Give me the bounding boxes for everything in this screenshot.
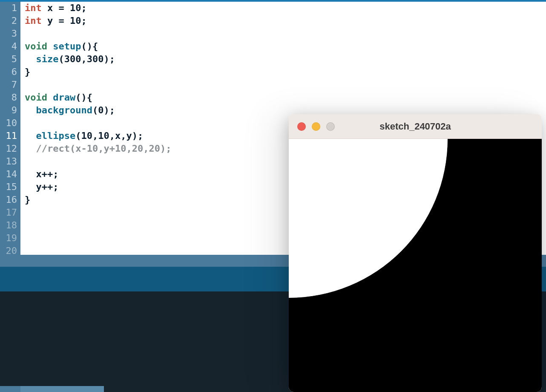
sketch-canvas (289, 139, 542, 392)
sketch-output-window[interactable]: sketch_240702a (289, 114, 542, 392)
window-titlebar[interactable]: sketch_240702a (289, 114, 542, 139)
code-line[interactable]: } (20, 66, 30, 78)
line-number: 6 (0, 66, 20, 78)
line-number: 12 (0, 142, 20, 155)
line-number: 2 (0, 14, 20, 27)
code-line[interactable] (20, 206, 25, 219)
ellipse-shape (289, 139, 448, 298)
line-number: 3 (0, 27, 20, 40)
code-line[interactable] (20, 78, 25, 91)
code-line[interactable]: int y = 10; (20, 14, 87, 27)
line-number: 20 (0, 245, 20, 257)
code-line[interactable]: size(300,300); (20, 53, 115, 66)
code-line[interactable]: } (20, 193, 30, 206)
minimize-icon[interactable] (312, 122, 320, 131)
line-number: 13 (0, 155, 20, 168)
line-number: 1 (0, 2, 20, 14)
code-line[interactable] (20, 117, 25, 130)
line-number: 5 (0, 53, 20, 66)
zoom-icon (326, 122, 335, 131)
code-line[interactable] (20, 27, 25, 40)
line-number: 19 (0, 232, 20, 245)
line-number-gutter: 1234567891011121314151617181920 (0, 2, 20, 255)
line-number: 7 (0, 78, 20, 91)
code-line[interactable] (20, 245, 25, 257)
line-number: 17 (0, 206, 20, 219)
line-number: 9 (0, 104, 20, 117)
traffic-lights (297, 122, 335, 131)
code-line[interactable] (20, 155, 25, 168)
line-number: 8 (0, 91, 20, 104)
code-line[interactable]: //rect(x-10,y+10,20,20); (20, 142, 171, 155)
code-line[interactable] (20, 219, 25, 232)
bottom-tab[interactable] (20, 386, 104, 392)
code-line[interactable]: x++; (20, 168, 59, 181)
line-number: 11 (0, 130, 20, 142)
line-number: 10 (0, 117, 20, 130)
bottom-tab-gutter (0, 386, 20, 392)
code-line[interactable] (20, 232, 25, 245)
line-number: 4 (0, 40, 20, 53)
code-line[interactable]: background(0); (20, 104, 115, 117)
line-number: 15 (0, 181, 20, 193)
code-line[interactable]: void draw(){ (20, 91, 92, 104)
code-line[interactable]: y++; (20, 181, 59, 193)
close-icon[interactable] (297, 122, 306, 131)
code-line[interactable]: int x = 10; (20, 2, 87, 14)
code-line[interactable]: ellipse(10,10,x,y); (20, 130, 143, 142)
line-number: 18 (0, 219, 20, 232)
code-line[interactable]: void setup(){ (20, 40, 98, 53)
line-number: 14 (0, 168, 20, 181)
line-number: 16 (0, 193, 20, 206)
